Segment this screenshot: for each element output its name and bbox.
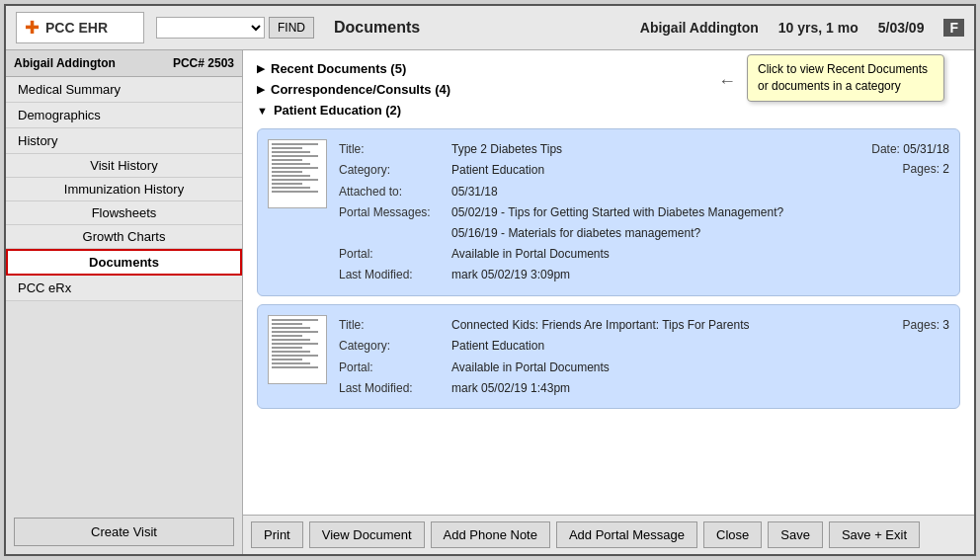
pcc-logo-icon: ✚ bbox=[25, 17, 40, 39]
title-label-1: Title: bbox=[339, 139, 448, 159]
patient-info: Abigail Addington 10 yrs, 1 mo 5/03/09 F bbox=[640, 19, 964, 37]
doc-info-1: Title: Type 2 Diabetes Tips Category: Pa… bbox=[339, 139, 859, 285]
last-mod-label-2: Last Modified: bbox=[339, 378, 448, 398]
save-button[interactable]: Save bbox=[768, 521, 823, 548]
sidebar-item-growth-charts[interactable]: Growth Charts bbox=[6, 225, 242, 249]
logo-text: PCC EHR bbox=[45, 20, 108, 36]
patient-name: Abigail Addington bbox=[640, 20, 759, 36]
sidebar-item-immunization-history[interactable]: Immunization History bbox=[6, 178, 242, 201]
bottom-toolbar: Print View Document Add Phone Note Add P… bbox=[243, 515, 974, 554]
sidebar-patient-name: Abigail Addington bbox=[14, 56, 116, 70]
sidebar-item-medical-summary[interactable]: Medical Summary bbox=[6, 77, 242, 103]
create-visit-button[interactable]: Create Visit bbox=[14, 518, 234, 546]
doc-thumbnail-2 bbox=[268, 315, 327, 384]
doc-info-right-1: Date: 05/31/18 Pages: 2 bbox=[871, 139, 949, 285]
portal-msg-label-1: Portal Messages: bbox=[339, 202, 448, 243]
pages-label-1: Pages: bbox=[903, 162, 939, 176]
last-mod-value-1: mark 05/02/19 3:09pm bbox=[451, 265, 859, 284]
title-value-2: Connected Kids: Friends Are Important: T… bbox=[451, 315, 891, 335]
category-label-1: Category: bbox=[339, 160, 448, 180]
save-exit-button[interactable]: Save + Exit bbox=[829, 521, 920, 548]
search-row: FIND bbox=[156, 17, 314, 39]
sidebar-item-visit-history[interactable]: Visit History bbox=[6, 154, 242, 178]
attached-value-1: 05/31/18 bbox=[451, 182, 859, 201]
main-content: Abigail Addington PCC# 2503 Medical Summ… bbox=[6, 50, 974, 554]
page-title: Documents bbox=[334, 19, 640, 37]
category-value-2: Patient Education bbox=[451, 336, 891, 356]
doc-list: Title: Type 2 Diabetes Tips Category: Pa… bbox=[243, 128, 974, 515]
portal-value-2: Available in Portal Documents bbox=[451, 358, 891, 377]
table-row[interactable]: Title: Connected Kids: Friends Are Impor… bbox=[257, 304, 960, 410]
recent-docs-arrow-icon: ▶ bbox=[257, 62, 265, 75]
sidebar-patient-header: Abigail Addington PCC# 2503 bbox=[6, 50, 242, 77]
doc-info-2: Title: Connected Kids: Friends Are Impor… bbox=[339, 315, 891, 399]
logo-box: ✚ PCC EHR bbox=[16, 12, 144, 43]
patient-education-label: Patient Education (2) bbox=[274, 103, 401, 118]
app-header: ✚ PCC EHR FIND Documents Abigail Addingt… bbox=[6, 6, 974, 50]
portal-label-2: Portal: bbox=[339, 358, 448, 377]
last-mod-label-1: Last Modified: bbox=[339, 265, 448, 284]
table-row[interactable]: Title: Type 2 Diabetes Tips Category: Pa… bbox=[257, 128, 960, 296]
sidebar-patient-pcc: PCC# 2503 bbox=[173, 56, 234, 70]
pages-value-2: 3 bbox=[942, 318, 949, 332]
doc-categories: ▶ Recent Documents (5) ▶ Correspondence/… bbox=[243, 50, 974, 128]
attached-label-1: Attached to: bbox=[339, 182, 448, 201]
sidebar: Abigail Addington PCC# 2503 Medical Summ… bbox=[6, 50, 243, 554]
recent-docs-label: Recent Documents (5) bbox=[271, 61, 406, 76]
documents-panel: ▶ Recent Documents (5) ▶ Correspondence/… bbox=[243, 50, 974, 554]
title-value-1: Type 2 Diabetes Tips bbox=[451, 139, 859, 159]
add-phone-note-button[interactable]: Add Phone Note bbox=[431, 521, 550, 548]
print-button[interactable]: Print bbox=[251, 521, 303, 548]
pages-value-1: 2 bbox=[942, 162, 949, 176]
patient-gender: F bbox=[943, 19, 964, 37]
category-patient-education[interactable]: ▼ Patient Education (2) bbox=[257, 100, 960, 120]
correspondence-arrow-icon: ▶ bbox=[257, 83, 265, 96]
doc-info-right-2: Pages: 3 bbox=[903, 315, 949, 399]
tooltip-arrow-icon: ← bbox=[718, 69, 736, 94]
correspondence-label: Correspondence/Consults (4) bbox=[271, 82, 450, 97]
portal-msg-value-1a: 05/02/19 - Tips for Getting Started with… bbox=[451, 202, 859, 222]
date-label-1: Date: bbox=[871, 142, 900, 156]
doc-thumbnail-1 bbox=[268, 139, 327, 208]
portal-value-1: Available in Portal Documents bbox=[451, 244, 859, 264]
portal-label-1: Portal: bbox=[339, 244, 448, 264]
find-button[interactable]: FIND bbox=[269, 17, 314, 39]
pages-label-2: Pages: bbox=[903, 318, 939, 332]
patient-education-arrow-icon: ▼ bbox=[257, 105, 268, 117]
patient-dob: 5/03/09 bbox=[878, 20, 925, 36]
portal-msg-value-1b: 05/16/19 - Materials for diabetes manage… bbox=[451, 223, 859, 243]
sidebar-item-pcc-erx[interactable]: PCC eRx bbox=[6, 276, 242, 301]
search-select[interactable] bbox=[156, 17, 265, 39]
sidebar-item-history[interactable]: History bbox=[6, 128, 242, 154]
add-portal-message-button[interactable]: Add Portal Message bbox=[556, 521, 697, 548]
title-label-2: Title: bbox=[339, 315, 448, 335]
date-value-1: 05/31/18 bbox=[903, 142, 949, 156]
sidebar-item-documents[interactable]: Documents bbox=[6, 249, 242, 276]
sidebar-item-flowsheets[interactable]: Flowsheets bbox=[6, 201, 242, 225]
close-button[interactable]: Close bbox=[703, 521, 762, 548]
tooltip-text: Click to view Recent Documents or docume… bbox=[758, 62, 928, 93]
tooltip-box: ← Click to view Recent Documents or docu… bbox=[747, 54, 944, 102]
last-mod-value-2: mark 05/02/19 1:43pm bbox=[451, 378, 891, 398]
category-label-2: Category: bbox=[339, 336, 448, 356]
category-value-1: Patient Education bbox=[451, 160, 859, 180]
view-document-button[interactable]: View Document bbox=[309, 521, 425, 548]
patient-age: 10 yrs, 1 mo bbox=[778, 20, 858, 36]
sidebar-item-demographics[interactable]: Demographics bbox=[6, 103, 242, 128]
